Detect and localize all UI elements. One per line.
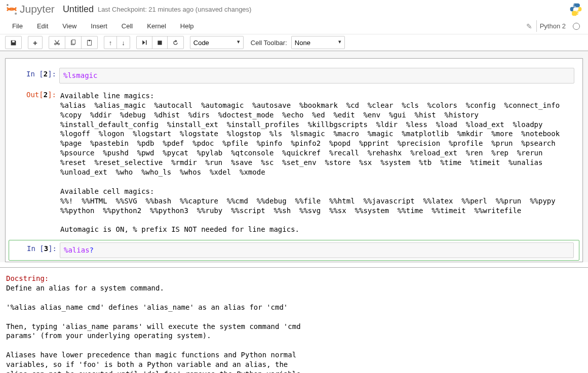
menubar: File Edit View Insert Cell Kernel Help ✎… [0,17,588,34]
jupyter-logo[interactable]: Jupyter [5,3,55,16]
save-button[interactable] [5,36,22,49]
menu-insert[interactable]: Insert [84,18,114,34]
svg-point-1 [15,13,17,15]
restart-button[interactable] [167,36,184,49]
kernel-indicator: ✎ Python 2 [526,20,583,32]
svg-point-0 [7,4,9,6]
cut-button[interactable] [49,36,65,49]
kernel-name[interactable]: Python 2 [536,20,569,32]
edit-mode-icon: ✎ [526,22,532,30]
menu-edit[interactable]: Edit [30,18,55,34]
menu-kernel[interactable]: Kernel [140,18,173,34]
docstring-heading: Docstring: [6,274,49,282]
toolbar: + ↑ ↓ Code Cell Toolbar: [0,34,588,51]
cell-type-select[interactable]: Code [190,36,244,49]
python-logo-icon [569,2,583,16]
menu-file[interactable]: File [5,18,30,34]
move-up-button[interactable]: ↑ [104,36,117,49]
save-icon [10,39,17,46]
input-prompt: In [2]: [11,68,59,84]
move-down-button[interactable]: ↓ [116,36,130,49]
output-prompt: Out[2]: [11,89,59,237]
notebook-container: In [2]: %lsmagic Out[2]: Available line … [0,51,588,262]
stop-icon [157,40,163,46]
code-cell[interactable]: In [2]: %lsmagic [9,66,579,86]
kernel-idle-icon [573,23,580,30]
plus-icon: + [33,38,37,47]
svg-rect-8 [158,40,162,45]
cell-toolbar-select[interactable]: None [291,36,345,49]
notebook-name[interactable]: Untitled [63,4,94,15]
copy-button[interactable] [65,36,82,49]
code-cell-selected[interactable]: In [3]: %alias? [9,240,579,261]
insert-cell-button[interactable]: + [28,36,43,49]
checkpoint-status: Last Checkpoint: 21 minutes ago (unsaved… [98,6,252,13]
cut-icon [54,39,60,46]
jupyter-logo-icon [5,3,18,16]
svg-rect-5 [72,39,75,44]
notebook: In [2]: %lsmagic Out[2]: Available line … [5,58,583,262]
input-prompt: In [3]: [11,242,60,258]
cell-toolbar-label: Cell Toolbar: [251,39,287,47]
paste-icon [86,39,93,46]
arrow-up-icon: ↑ [109,39,112,47]
pager-panel[interactable]: Docstring: Define an alias for a system … [0,267,588,373]
notebook-header: Jupyter Untitled Last Checkpoint: 21 min… [0,0,588,17]
paste-button[interactable] [81,36,98,49]
restart-icon [172,39,179,46]
run-icon [141,39,147,46]
menu-help[interactable]: Help [173,18,201,34]
menu-cell[interactable]: Cell [114,18,140,34]
jupyter-logo-text: Jupyter [20,3,55,15]
code-input[interactable]: %lsmagic [59,68,574,84]
run-button[interactable] [136,36,152,49]
docstring-body: Define an alias for a system command. '%… [6,284,305,373]
interrupt-button[interactable] [152,36,168,49]
menu-view[interactable]: View [55,18,84,34]
copy-icon [70,39,76,46]
svg-point-3 [577,13,578,14]
svg-point-2 [573,5,574,6]
output-cell: Out[2]: Available line magics: %alias %a… [9,87,579,239]
svg-rect-7 [89,39,90,40]
code-input[interactable]: %alias? [60,242,574,258]
arrow-down-icon: ↓ [122,39,125,47]
output-text: Available line magics: %alias %alias_mag… [59,89,574,237]
